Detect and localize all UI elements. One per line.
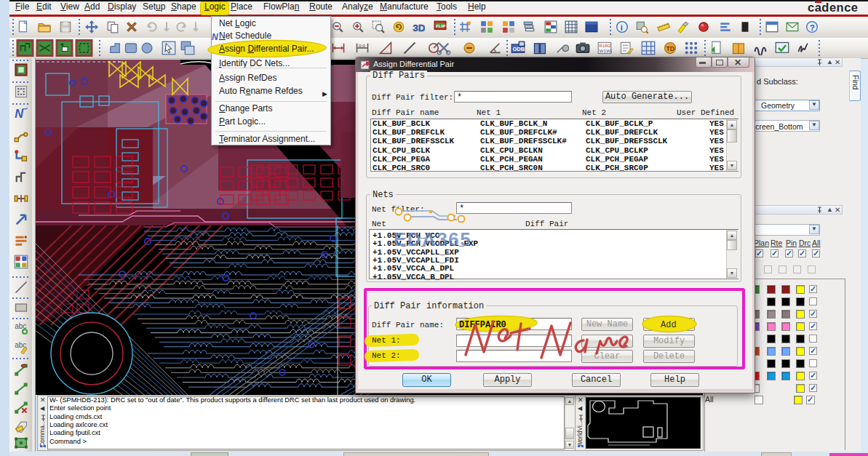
svg-text:FLIP: FLIP [436, 23, 445, 28]
svg-text:TD: TD [666, 45, 674, 52]
svg-text:?: ? [810, 23, 815, 33]
svg-text:W1W2: W1W2 [600, 48, 613, 53]
svg-text:Add: Add [661, 320, 677, 330]
svg-text:R1R2: R1R2 [600, 43, 612, 48]
svg-text:3D: 3D [413, 23, 425, 33]
svg-text:i: i [621, 23, 623, 32]
svg-text:0,0: 0,0 [359, 43, 365, 48]
